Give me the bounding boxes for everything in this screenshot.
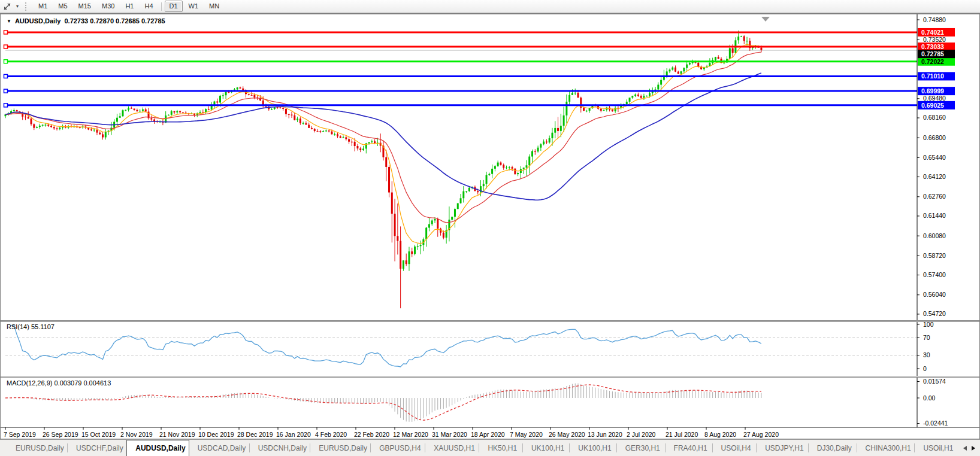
candle-body bbox=[368, 142, 370, 144]
chart-tab-usdcad-daily[interactable]: USDCAD,Daily bbox=[189, 440, 249, 456]
chart-tab-eurusd-daily[interactable]: EURUSD,Daily bbox=[7, 440, 67, 456]
candle-body bbox=[297, 118, 298, 120]
candle-body bbox=[631, 96, 633, 98]
chart-tab-usdchf-daily[interactable]: USDCHF,Daily bbox=[68, 440, 126, 456]
candle-body bbox=[406, 260, 407, 264]
chart-tab-gbpusd-h4[interactable]: GBPUSD,H4 bbox=[371, 440, 425, 456]
chart-tab-usoil-h4[interactable]: USOil,H4 bbox=[713, 440, 757, 456]
macd-panel[interactable]: 0.015740.00-0.02441 bbox=[1, 378, 980, 427]
candle-body bbox=[234, 89, 235, 90]
price-axis-tick-label: 0.66800 bbox=[923, 134, 946, 141]
candle-body bbox=[33, 124, 35, 127]
chart-tab-xauusd-h1[interactable]: XAUUSD,H1 bbox=[425, 440, 479, 456]
candle-body bbox=[116, 118, 118, 122]
candle-body bbox=[216, 102, 218, 103]
rsi-axis-tick-label: 0 bbox=[923, 365, 927, 372]
timeframe-button-m30[interactable]: M30 bbox=[97, 1, 119, 12]
price-axis-tick-label: 0.62760 bbox=[923, 193, 946, 200]
candle-body bbox=[44, 124, 46, 125]
price-chart[interactable]: 0.748800.735200.694800.681600.668000.654… bbox=[1, 14, 980, 320]
triangle-down-icon[interactable]: ▼ bbox=[7, 19, 11, 24]
level-drag-handle[interactable] bbox=[4, 45, 8, 48]
level-drag-handle[interactable] bbox=[4, 60, 8, 63]
price-axis-tick-label: 0.56040 bbox=[923, 291, 946, 298]
candle-body bbox=[451, 217, 453, 220]
date-axis-label: 28 Dec 2019 bbox=[237, 431, 273, 438]
level-drag-handle[interactable] bbox=[4, 31, 8, 34]
candle-body bbox=[732, 48, 734, 53]
candle-body bbox=[174, 111, 176, 113]
chart-tab-uk100-h1[interactable]: UK100,H1 bbox=[570, 440, 616, 456]
date-axis-label: 16 Jan 2020 bbox=[276, 431, 311, 438]
candle-body bbox=[465, 191, 467, 191]
crosshair-icon[interactable] bbox=[1, 1, 13, 12]
tab-scroll-left-icon[interactable] bbox=[963, 446, 967, 451]
price-axis-tick-label: 0.54720 bbox=[923, 310, 946, 317]
timeframe-button-m1[interactable]: M1 bbox=[34, 1, 52, 12]
candle-body bbox=[528, 157, 530, 166]
date-axis-label: 22 Feb 2020 bbox=[354, 431, 389, 438]
chart-tab-ger30-h1[interactable]: GER30,H1 bbox=[617, 440, 665, 456]
candle-body bbox=[99, 133, 101, 135]
moving-average-mid bbox=[5, 52, 761, 223]
timeframe-buttons: M1M5M15M30H1H4D1W1MN bbox=[33, 1, 225, 12]
candle-body bbox=[205, 109, 207, 112]
macd-value-signal: 0.004613 bbox=[83, 379, 111, 387]
candle-body bbox=[669, 69, 670, 71]
chart-tab-dj30-daily[interactable]: DJ30,Daily bbox=[809, 440, 857, 456]
timeframe-button-m5[interactable]: M5 bbox=[53, 1, 72, 12]
timeframe-button-m15[interactable]: M15 bbox=[74, 1, 96, 12]
chart-tab-usdcnh-daily[interactable]: USDCNH,Daily bbox=[250, 440, 310, 456]
candle-body bbox=[549, 138, 551, 142]
toolbar-grip[interactable] bbox=[25, 2, 28, 11]
candle-body bbox=[93, 130, 95, 130]
chart-tab-eurusd-daily[interactable]: EURUSD,Daily bbox=[310, 440, 370, 456]
toolbar: ▾ M1M5M15M30H1H4D1W1MN bbox=[0, 0, 980, 13]
level-drag-handle[interactable] bbox=[4, 74, 8, 78]
panel-splitter[interactable] bbox=[1, 376, 979, 378]
chart-tab-hk50-h1[interactable]: HK50,H1 bbox=[479, 440, 522, 456]
candle-body bbox=[460, 198, 462, 203]
panel-splitter[interactable] bbox=[1, 320, 979, 322]
chart-tab-fra40-h1[interactable]: FRA40,H1 bbox=[666, 440, 712, 456]
candle-body bbox=[253, 95, 255, 98]
chart-tab-uk100-h1[interactable]: UK100,H1 bbox=[523, 440, 569, 456]
timeframe-button-h4[interactable]: H4 bbox=[140, 1, 158, 12]
candle-body bbox=[437, 219, 438, 229]
tab-scroll-right-icon[interactable] bbox=[972, 446, 975, 451]
candle-body bbox=[615, 108, 616, 111]
timeframe-button-mn[interactable]: MN bbox=[204, 1, 224, 12]
candle-body bbox=[565, 102, 567, 115]
timeframe-button-w1[interactable]: W1 bbox=[184, 1, 204, 12]
candle-body bbox=[142, 110, 144, 111]
rsi-axis-tick-label: 100 bbox=[923, 322, 934, 328]
rsi-axis-tick-label: 70 bbox=[923, 334, 930, 341]
candle-body bbox=[683, 68, 685, 72]
level-price-label: 0.69025 bbox=[921, 102, 944, 109]
chart-tab-usoil-h1[interactable]: USOil,H1 bbox=[915, 440, 958, 456]
candle-body bbox=[311, 128, 313, 129]
candle-body bbox=[523, 168, 525, 169]
macd-axis-tick-label: -0.02441 bbox=[923, 419, 948, 427]
chart-tab-audusd-daily[interactable]: AUDUSD,Daily bbox=[126, 440, 189, 456]
candle-body bbox=[171, 111, 173, 115]
candle-body bbox=[59, 127, 61, 129]
candle-body bbox=[689, 63, 691, 64]
level-drag-handle[interactable] bbox=[4, 89, 8, 93]
candle-body bbox=[715, 57, 716, 60]
candle-body bbox=[317, 131, 319, 132]
price-axis-tick-label: 0.58720 bbox=[923, 252, 946, 259]
timeframe-button-d1[interactable]: D1 bbox=[165, 1, 183, 12]
chart-tab-china300-h1[interactable]: CHINA300,H1 bbox=[857, 440, 915, 456]
candle-body bbox=[28, 117, 29, 119]
timeframe-button-h1[interactable]: H1 bbox=[120, 1, 138, 12]
candle-body bbox=[53, 127, 55, 128]
chevron-down-icon[interactable]: ▾ bbox=[13, 4, 22, 9]
candle-body bbox=[362, 148, 364, 150]
candle-body bbox=[517, 173, 519, 174]
candle-body bbox=[102, 134, 104, 137]
candle-body bbox=[488, 174, 490, 175]
level-drag-handle[interactable] bbox=[4, 104, 8, 107]
rsi-panel[interactable]: 10070300 bbox=[1, 322, 980, 376]
chart-tab-usdjpy-h1[interactable]: USDJPY,H1 bbox=[757, 440, 808, 456]
